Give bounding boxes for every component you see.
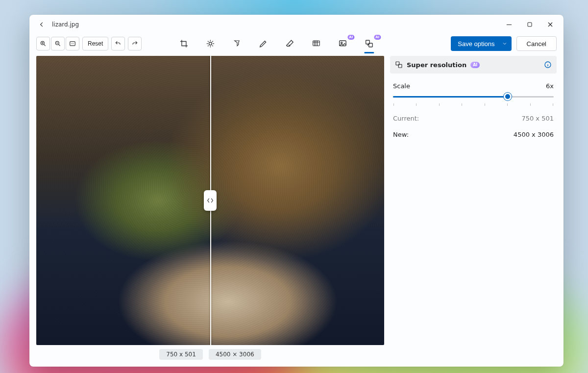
undo-button[interactable]	[111, 37, 125, 50]
photos-editor-window: lizard.jpg Reset	[29, 15, 564, 367]
content-area: 750 x 501 4500 × 3006 Super resolution A…	[29, 56, 564, 367]
super-resolution-tool[interactable]: AI	[362, 37, 376, 50]
canvas-column: 750 x 501 4500 × 3006	[36, 56, 384, 360]
markup-tool[interactable]	[256, 37, 270, 50]
ai-image-tool[interactable]: AI	[336, 37, 349, 50]
background-tool[interactable]	[309, 37, 323, 50]
erase-tool[interactable]	[283, 37, 296, 50]
filter-tool[interactable]	[230, 37, 244, 50]
upscaled-size-chip: 4500 × 3006	[209, 349, 261, 360]
adjust-tool[interactable]	[203, 37, 217, 50]
maximize-button[interactable]	[519, 17, 540, 32]
info-icon[interactable]	[544, 61, 552, 69]
save-options-button[interactable]: Save options	[451, 36, 511, 51]
new-label: New:	[393, 131, 409, 138]
slider-fill	[393, 96, 508, 98]
slider-ticks	[393, 103, 554, 106]
panel-title: Super resolution	[407, 61, 466, 69]
current-label: Current:	[393, 115, 419, 122]
reset-button[interactable]: Reset	[82, 37, 108, 50]
current-value: 750 x 501	[521, 115, 554, 122]
crop-tool[interactable]	[177, 37, 191, 50]
slider-thumb[interactable]	[504, 93, 512, 100]
svg-point-8	[341, 42, 343, 44]
svg-rect-6	[313, 41, 320, 46]
cancel-button[interactable]: Cancel	[516, 36, 557, 51]
ai-badge-icon: AI	[374, 35, 381, 40]
file-name: lizard.jpg	[52, 21, 79, 28]
edit-tools: AI AI	[177, 37, 376, 50]
svg-rect-4	[70, 42, 75, 46]
dimension-chips: 750 x 501 4500 × 3006	[36, 345, 384, 360]
chevron-down-icon	[502, 41, 508, 47]
minimize-button[interactable]	[499, 17, 519, 32]
new-value: 4500 x 3006	[514, 131, 554, 138]
properties-panel: Super resolution AI Scale 6x	[390, 56, 557, 360]
panel-body: Scale 6x Current: 750 x 501 New:	[390, 74, 557, 138]
scale-control: Scale 6x	[393, 82, 554, 106]
window-controls	[499, 17, 561, 32]
ai-badge: AI	[470, 62, 480, 68]
panel-header: Super resolution AI	[390, 56, 557, 74]
svg-rect-0	[507, 25, 512, 25]
current-size-row: Current: 750 x 501	[393, 115, 554, 122]
scale-value: 6x	[546, 82, 554, 90]
zoom-in-button[interactable]	[36, 37, 50, 50]
compare-handle[interactable]	[204, 190, 217, 211]
toolbar-actions: Save options Cancel	[451, 36, 557, 51]
redo-button[interactable]	[128, 37, 142, 50]
ai-badge-icon: AI	[347, 35, 354, 40]
fit-to-screen-button[interactable]	[66, 37, 79, 50]
svg-point-5	[209, 42, 212, 45]
scale-label: Scale	[393, 82, 410, 90]
toolbar: Reset	[29, 34, 564, 56]
original-size-chip: 750 x 501	[159, 349, 203, 360]
zoom-group	[36, 37, 79, 50]
new-size-row: New: 4500 x 3006	[393, 131, 554, 138]
super-resolution-icon	[395, 61, 403, 69]
image-preview[interactable]	[36, 56, 384, 345]
zoom-out-button[interactable]	[51, 37, 65, 50]
save-options-label: Save options	[458, 40, 494, 48]
titlebar: lizard.jpg	[29, 15, 564, 34]
close-button[interactable]	[540, 17, 561, 32]
svg-rect-1	[528, 23, 532, 26]
back-button[interactable]	[35, 18, 48, 31]
scale-slider[interactable]	[393, 93, 554, 100]
